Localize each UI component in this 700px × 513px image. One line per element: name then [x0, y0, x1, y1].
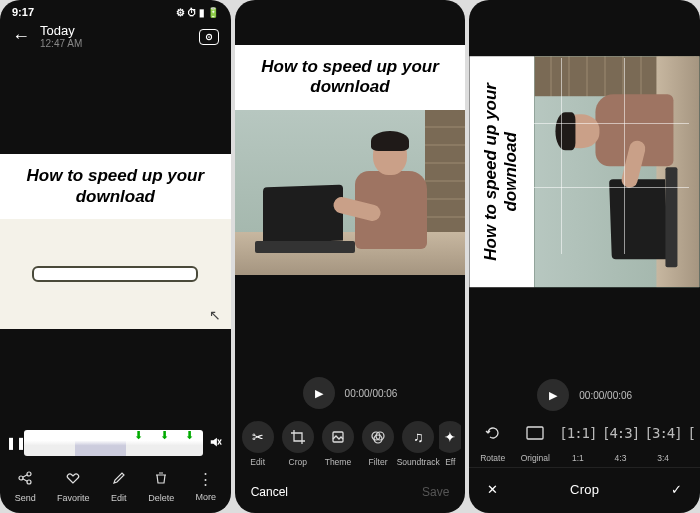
playback-row: ▶ 00:00/00:06 [469, 369, 700, 411]
status-time: 9:17 [12, 6, 34, 18]
tool-effect[interactable]: ✦ Eff [439, 421, 461, 467]
ratio-4-3-icon: [4:3] [605, 417, 637, 449]
timer-icon: ⏱ [187, 7, 197, 18]
video-frame [535, 57, 700, 288]
video-frame-progress: ↖ [0, 219, 231, 329]
tool-1-1[interactable]: [1:1] 1:1 [557, 417, 600, 463]
editor-tools: ✂ Edit Crop Theme Filter ♫ Soundtrack ✦ [235, 409, 466, 473]
crop-bottom-bar: ✕ Crop ✓ [469, 467, 700, 513]
confirm-button[interactable]: ✓ [671, 482, 682, 497]
svg-line-8 [23, 479, 28, 481]
scissors-icon: ✂ [242, 421, 274, 453]
filter-icon [362, 421, 394, 453]
svg-rect-13 [527, 427, 543, 439]
original-icon [519, 417, 551, 449]
header-text: Today 12:47 AM [40, 24, 82, 49]
send-button[interactable]: Send [15, 470, 36, 503]
editor-bottom-bar: Cancel Save [235, 473, 466, 513]
play-button[interactable]: ▶ [537, 379, 569, 411]
favorite-label: Favorite [57, 493, 90, 503]
header-title: Today [40, 24, 82, 38]
tool-rotate[interactable]: Rotate [471, 417, 514, 463]
playback-time: 00:00/00:06 [345, 388, 398, 399]
tool-3-4[interactable]: [3:4] 3:4 [642, 417, 685, 463]
status-bar: 9:17 ⚙ ⏱ ▮ 🔋 [0, 0, 231, 20]
tool-more-ratio[interactable]: [ [684, 417, 698, 463]
pencil-icon [111, 470, 127, 489]
editor-preview[interactable]: How to speed up your download [235, 45, 466, 275]
theme-icon [322, 421, 354, 453]
svg-line-7 [23, 475, 28, 477]
screen-crop: How to speed up your download ▶ 00:00/00… [469, 0, 700, 513]
signal-icon: ▮ [199, 7, 205, 18]
share-icon [17, 470, 33, 489]
video-frame [235, 110, 466, 275]
timeline-thumbnails[interactable]: ⬇⬇⬇ [24, 430, 203, 456]
video-title-card: How to speed up your download [235, 45, 466, 110]
heart-icon [65, 470, 81, 489]
tool-filter[interactable]: Filter [359, 421, 397, 467]
play-button[interactable]: ▶ [303, 377, 335, 409]
tool-crop[interactable]: Crop [279, 421, 317, 467]
delete-label: Delete [148, 493, 174, 503]
header-subtitle: 12:47 AM [40, 38, 82, 49]
crop-title: Crop [570, 482, 599, 497]
music-icon: ♫ [402, 421, 434, 453]
save-button[interactable]: Save [422, 485, 449, 499]
svg-point-4 [19, 476, 23, 480]
tool-theme[interactable]: Theme [319, 421, 357, 467]
crop-preview[interactable]: How to speed up your download [469, 0, 700, 369]
screen-gallery: 9:17 ⚙ ⏱ ▮ 🔋 ← Today 12:47 AM How to spe… [0, 0, 231, 513]
back-icon[interactable]: ← [12, 26, 30, 47]
playback-time: 00:00/00:06 [579, 390, 632, 401]
more-button[interactable]: ⋮ More [195, 470, 216, 503]
cancel-button[interactable]: Cancel [251, 485, 288, 499]
more-label: More [195, 492, 216, 502]
favorite-button[interactable]: Favorite [57, 470, 90, 503]
media-viewport[interactable]: How to speed up your download ↖ [0, 57, 231, 426]
ratio-more-icon: [ [684, 417, 698, 449]
progress-bar-graphic [32, 266, 198, 282]
cursor-icon: ↖ [209, 307, 221, 323]
tool-4-3[interactable]: [4:3] 4:3 [599, 417, 642, 463]
crop-tools: Rotate Original [1:1] 1:1 [4:3] 4:3 [3:4… [469, 411, 700, 467]
svg-point-5 [27, 472, 31, 476]
more-icon: ⋮ [198, 470, 213, 488]
screen-editor: How to speed up your download ▶ 00:00/00… [235, 0, 466, 513]
video-title-card: How to speed up your download [0, 154, 231, 219]
video-title-card: How to speed up your download [470, 57, 535, 288]
close-button[interactable]: ✕ [487, 482, 498, 497]
ratio-3-4-icon: [3:4] [647, 417, 679, 449]
send-label: Send [15, 493, 36, 503]
tool-soundtrack[interactable]: ♫ Soundtrack [399, 421, 437, 467]
effect-icon: ✦ [439, 421, 461, 453]
svg-point-6 [27, 480, 31, 484]
trash-icon [153, 470, 169, 489]
gallery-header: ← Today 12:47 AM [0, 20, 231, 57]
timeline-row: ❚❚ ⬇⬇⬇ [0, 426, 231, 460]
battery-icon: 🔋 [207, 7, 219, 18]
edit-label: Edit [111, 493, 127, 503]
play-pause-button[interactable]: ❚❚ [6, 436, 20, 450]
settings-icon: ⚙ [176, 7, 185, 18]
crop-icon [282, 421, 314, 453]
edit-button[interactable]: Edit [111, 470, 127, 503]
mute-button[interactable] [207, 435, 225, 451]
tool-original[interactable]: Original [514, 417, 557, 463]
delete-button[interactable]: Delete [148, 470, 174, 503]
tool-edit[interactable]: ✂ Edit [239, 421, 277, 467]
playback-row: ▶ 00:00/00:06 [235, 367, 466, 409]
status-icons: ⚙ ⏱ ▮ 🔋 [176, 7, 219, 18]
lens-icon[interactable] [199, 29, 219, 45]
rotate-icon [477, 417, 509, 449]
ratio-1-1-icon: [1:1] [562, 417, 594, 449]
bottom-actions: Send Favorite Edit Delete ⋮ More [0, 460, 231, 513]
svg-point-1 [208, 36, 210, 38]
